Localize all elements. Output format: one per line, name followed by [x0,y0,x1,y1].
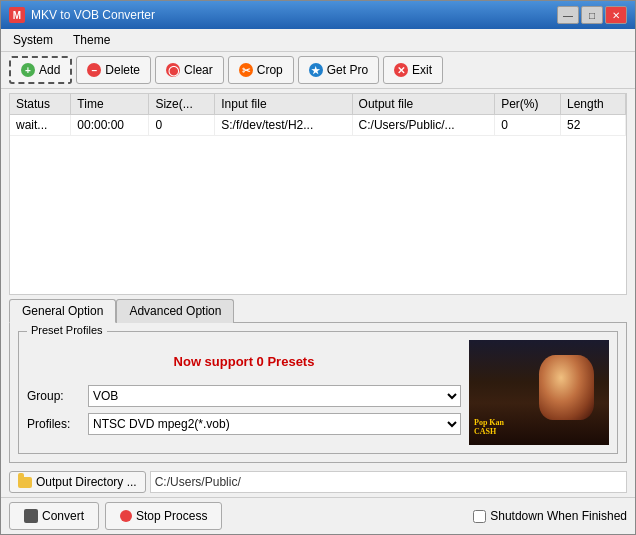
bottom-bar: Convert Stop Process Shutdown When Finis… [1,497,635,534]
group-select[interactable]: VOB [88,385,461,407]
movie-scene: Pop KanCASH [469,340,609,445]
thumbnail: Pop KanCASH [469,340,609,445]
output-dir-label: Output Directory ... [36,475,137,489]
col-input: Input file [215,94,352,115]
crop-icon: ✂ [239,63,253,77]
preset-message: Now support 0 Presets [27,344,461,379]
shutdown-check: Shutdown When Finished [473,509,627,523]
tab-advanced[interactable]: Advanced Option [116,299,234,323]
shutdown-label: Shutdown When Finished [490,509,627,523]
col-length: Length [560,94,625,115]
cell-percent: 0 [495,115,561,136]
titlebar-left: M MKV to VOB Converter [9,7,155,23]
convert-icon [24,509,38,523]
movie-text: Pop KanCASH [474,418,504,437]
menubar: System Theme [1,29,635,52]
exit-icon: ✕ [394,63,408,77]
preset-group-row: Group: VOB [27,385,461,407]
col-percent: Per(%) [495,94,561,115]
getpro-button[interactable]: ★ Get Pro [298,56,379,84]
file-table-container: Status Time Size(... Input file Output f… [9,93,627,295]
clear-button[interactable]: ◯ Clear [155,56,224,84]
convert-button[interactable]: Convert [9,502,99,530]
delete-label: Delete [105,63,140,77]
main-window: M MKV to VOB Converter — □ ✕ System Them… [0,0,636,535]
minimize-button[interactable]: — [557,6,579,24]
options-area: General Option Advanced Option Preset Pr… [1,299,635,467]
window-controls: — □ ✕ [557,6,627,24]
preset-left: Now support 0 Presets Group: VOB Profile… [27,340,461,435]
folder-icon [18,477,32,488]
add-label: Add [39,63,60,77]
getpro-icon: ★ [309,63,323,77]
profiles-label: Profiles: [27,417,82,431]
tab-content: Preset Profiles Now support 0 Presets Gr… [9,322,627,463]
output-directory-button[interactable]: Output Directory ... [9,471,146,493]
titlebar: M MKV to VOB Converter — □ ✕ [1,1,635,29]
output-bar: Output Directory ... C:/Users/Public/ [1,467,635,497]
group-label: Group: [27,389,82,403]
table-wrapper: Status Time Size(... Input file Output f… [10,94,626,264]
exit-button[interactable]: ✕ Exit [383,56,443,84]
maximize-button[interactable]: □ [581,6,603,24]
col-status: Status [10,94,71,115]
shutdown-checkbox[interactable] [473,510,486,523]
stop-button[interactable]: Stop Process [105,502,222,530]
cell-output: C:/Users/Public/... [352,115,495,136]
table-row[interactable]: wait... 00:00:00 0 S:/f/dev/test/H2... C… [10,115,626,136]
menu-theme[interactable]: Theme [65,31,118,49]
convert-label: Convert [42,509,84,523]
profiles-select[interactable]: NTSC DVD mpeg2(*.vob) [88,413,461,435]
clear-icon: ◯ [166,63,180,77]
menu-system[interactable]: System [5,31,61,49]
delete-icon: – [87,63,101,77]
cell-length: 52 [560,115,625,136]
stop-icon [120,510,132,522]
option-tabs: General Option Advanced Option [9,299,627,323]
tab-general[interactable]: General Option [9,299,116,323]
cell-status: wait... [10,115,71,136]
cell-input: S:/f/dev/test/H2... [215,115,352,136]
preset-legend: Preset Profiles [27,324,107,336]
cell-time: 00:00:00 [71,115,149,136]
cell-size: 0 [149,115,215,136]
window-title: MKV to VOB Converter [31,8,155,22]
crop-button[interactable]: ✂ Crop [228,56,294,84]
delete-button[interactable]: – Delete [76,56,151,84]
exit-label: Exit [412,63,432,77]
getpro-label: Get Pro [327,63,368,77]
col-size: Size(... [149,94,215,115]
close-button[interactable]: ✕ [605,6,627,24]
file-table: Status Time Size(... Input file Output f… [10,94,626,136]
toolbar: + Add – Delete ◯ Clear ✂ Crop ★ Get Pro … [1,52,635,89]
app-icon: M [9,7,25,23]
col-time: Time [71,94,149,115]
col-output: Output file [352,94,495,115]
preset-profiles-row: Profiles: NTSC DVD mpeg2(*.vob) [27,413,461,435]
preset-inner: Now support 0 Presets Group: VOB Profile… [27,340,609,445]
output-path: C:/Users/Public/ [150,471,627,493]
add-button[interactable]: + Add [9,56,72,84]
preset-profiles-group: Preset Profiles Now support 0 Presets Gr… [18,331,618,454]
crop-label: Crop [257,63,283,77]
table-scroll[interactable]: Status Time Size(... Input file Output f… [10,94,626,264]
clear-label: Clear [184,63,213,77]
add-icon: + [21,63,35,77]
stop-label: Stop Process [136,509,207,523]
main-content: Status Time Size(... Input file Output f… [1,89,635,534]
